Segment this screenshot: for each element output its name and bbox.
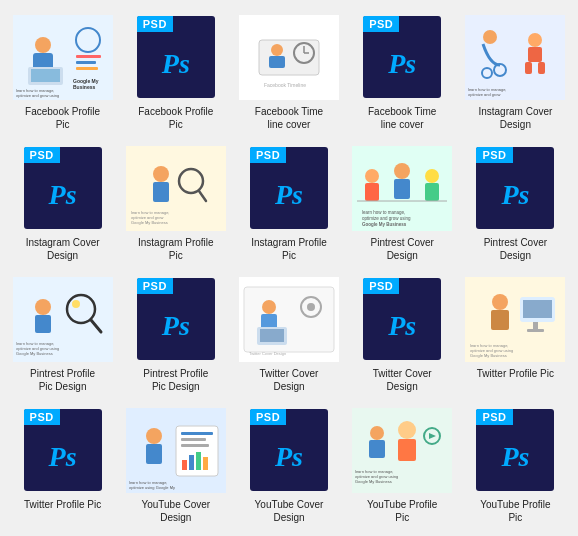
svg-rect-93 [369,440,385,458]
item-twitter-cover-1[interactable]: Twitter Cover Design Twitter CoverDesign [234,270,343,397]
svg-rect-9 [76,61,96,64]
svg-rect-88 [203,457,208,470]
item-label: Facebook Timeline cover [368,105,436,131]
item-instagram-profile-1[interactable]: learn how to manage, optimize and grow G… [121,139,230,266]
item-facebook-timeline-1[interactable]: Facebook Timeline Facebook Timeline cove… [234,8,343,135]
svg-rect-4 [31,69,60,82]
item-pinterest-cover-2[interactable]: PSD Ps Pintrest CoverDesign [461,139,570,266]
svg-rect-86 [189,455,194,470]
item-pinterest-cover-1[interactable]: learn how to manage, optimize and grow u… [348,139,457,266]
item-label: Instagram ProfilePic [251,236,327,262]
svg-text:learn how to manage,: learn how to manage, [362,210,405,215]
svg-rect-70 [491,310,509,330]
svg-rect-16 [269,56,285,68]
svg-point-94 [398,421,416,439]
svg-point-15 [271,44,283,56]
item-label: YouTube CoverDesign [141,498,210,524]
svg-rect-84 [181,444,209,447]
item-label: Twitter Profile Pic [477,367,554,380]
svg-rect-43 [394,179,410,199]
item-label: Instagram CoverDesign [478,105,552,131]
svg-rect-73 [533,322,538,330]
item-twitter-profile-2[interactable]: PSD Ps Twitter Profile Pic [8,401,117,528]
svg-rect-83 [181,438,206,441]
item-label: YouTube CoverDesign [255,498,324,524]
svg-rect-85 [182,460,187,470]
svg-point-66 [307,303,315,311]
svg-text:Google My Business: Google My Business [362,222,407,227]
svg-point-61 [262,300,276,314]
item-label: Pintrest CoverDesign [371,236,434,262]
item-label: YouTube ProfilePic [367,498,437,524]
svg-text:Facebook Timeline: Facebook Timeline [264,82,306,88]
svg-rect-74 [527,329,544,332]
svg-point-32 [153,166,169,182]
item-label: Pintrest ProfilePic Design [143,367,208,393]
svg-point-25 [528,33,542,47]
svg-point-22 [483,30,497,44]
svg-rect-41 [365,183,379,201]
item-label: Facebook Timeline cover [255,105,323,131]
item-facebook-timeline-2[interactable]: PSD Ps Facebook Timeline cover [348,8,457,135]
file-grid: learn how to manage, optimize and grow u… [0,0,578,536]
item-label: Twitter CoverDesign [373,367,432,393]
item-label: Pintrest ProfilePic Design [30,367,95,393]
svg-point-1 [35,37,51,53]
svg-text:optimize and grow using: optimize and grow using [362,216,411,221]
svg-rect-28 [538,62,545,74]
item-facebook-profile-pic-1[interactable]: learn how to manage, optimize and grow u… [8,8,117,135]
svg-rect-87 [196,452,201,470]
svg-rect-64 [260,329,284,342]
svg-point-92 [370,426,384,440]
svg-rect-45 [425,183,439,201]
svg-rect-82 [181,432,213,435]
item-instagram-profile-2[interactable]: PSD Ps Instagram ProfilePic [234,139,343,266]
svg-text:optimize and grow: optimize and grow [468,92,501,97]
svg-rect-72 [523,300,552,318]
svg-rect-80 [146,444,162,464]
item-label: Instagram ProfilePic [138,236,214,262]
svg-text:Google My Business: Google My Business [470,353,507,358]
item-label: Twitter Profile Pic [24,498,101,511]
item-instagram-cover-1[interactable]: learn how to manage, optimize and grow I… [461,8,570,135]
svg-rect-33 [153,182,169,202]
svg-text:Google My Business: Google My Business [355,479,392,484]
svg-point-44 [425,169,439,183]
item-label: Facebook ProfilePic [25,105,100,131]
item-pinterest-profile-2[interactable]: PSD Ps Pintrest ProfilePic Design [121,270,230,397]
svg-text:optimize and grow using: optimize and grow using [16,93,59,98]
svg-rect-62 [261,314,277,329]
item-facebook-profile-pic-2[interactable]: PSD Ps Facebook ProfilePic [121,8,230,135]
item-youtube-profile-2[interactable]: PSD Ps YouTube ProfilePic [461,401,570,528]
item-pinterest-profile-1[interactable]: learn how to manage, optimize and grow u… [8,270,117,397]
item-instagram-cover-2[interactable]: PSD Ps Instagram CoverDesign [8,139,117,266]
svg-point-69 [492,294,508,310]
svg-rect-8 [76,55,101,58]
item-label: Pintrest CoverDesign [484,236,547,262]
svg-text:Business: Business [73,84,95,90]
svg-rect-26 [528,47,542,62]
svg-point-42 [394,163,410,179]
svg-point-79 [146,428,162,444]
svg-rect-52 [35,315,51,333]
svg-point-51 [35,299,51,315]
svg-text:Twitter Cover Design: Twitter Cover Design [249,351,286,356]
svg-text:optimize using Google My: optimize using Google My [129,485,175,490]
svg-text:Google My Business: Google My Business [131,220,168,225]
svg-rect-10 [76,67,98,70]
svg-point-40 [365,169,379,183]
item-label: YouTube ProfilePic [480,498,550,524]
svg-rect-95 [398,439,416,461]
item-youtube-cover-1[interactable]: learn how to manage, optimize using Goog… [121,401,230,528]
item-youtube-profile-1[interactable]: learn how to manage, optimize and grow u… [348,401,457,528]
item-twitter-cover-2[interactable]: PSD Ps Twitter CoverDesign [348,270,457,397]
svg-point-54 [72,300,80,308]
item-youtube-cover-2[interactable]: PSD Ps YouTube CoverDesign [234,401,343,528]
item-label: Facebook ProfilePic [138,105,213,131]
item-label: Instagram CoverDesign [26,236,100,262]
svg-text:Google My Business: Google My Business [16,351,53,356]
item-twitter-profile-1[interactable]: learn how to manage, optimize and grow u… [461,270,570,397]
item-label: Twitter CoverDesign [260,367,319,393]
svg-rect-27 [525,62,532,74]
